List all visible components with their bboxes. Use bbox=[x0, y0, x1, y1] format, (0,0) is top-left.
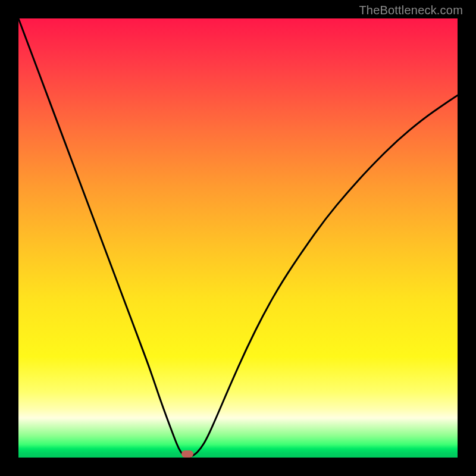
watermark: TheBottleneck.com bbox=[359, 4, 463, 17]
bottleneck-curve bbox=[18, 18, 458, 458]
plot-area bbox=[18, 18, 458, 458]
chart-frame: TheBottleneck.com bbox=[0, 0, 476, 476]
curve-path bbox=[18, 18, 458, 457]
